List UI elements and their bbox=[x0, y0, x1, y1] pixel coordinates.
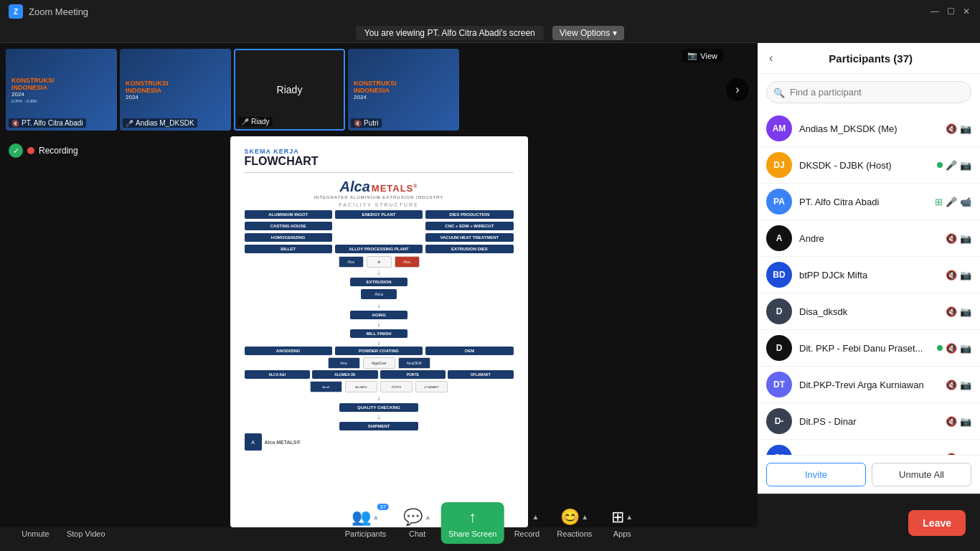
participant-icons: 🔇📷 bbox=[946, 233, 971, 244]
participants-icon: 👥 bbox=[352, 508, 371, 527]
box-alca-ki: ALCA K&I bbox=[245, 370, 311, 379]
participant-avatar: D bbox=[766, 335, 792, 361]
participant-camera-icon: 📷 bbox=[960, 380, 971, 390]
chat-icon: 💬 bbox=[403, 508, 423, 527]
screen-share-banner: You are viewing PT. Alfo Citra Abadi's s… bbox=[0, 23, 980, 43]
participant-icons: 🔇📷 bbox=[946, 380, 971, 390]
participant-item[interactable]: D-Dit.PS - Dinar🔇📷 bbox=[758, 403, 980, 440]
participant-item[interactable]: DDit. PKP - Febi Danu Praset...🔇📷 bbox=[758, 330, 980, 367]
box-billet: BILLET bbox=[245, 245, 332, 253]
toolbar-right-group: Leave bbox=[908, 510, 966, 536]
thumb-name-2: Andias M_DKSDK bbox=[136, 119, 194, 127]
apps-button[interactable]: ⊞ ▲ Apps bbox=[602, 502, 642, 544]
box-aging: AGING bbox=[350, 311, 407, 319]
thumb-name-1: PT. Alfo Citra Abadi bbox=[22, 119, 83, 127]
title-bar: Z Zoom Meeting — ☐ ✕ bbox=[0, 0, 980, 23]
screen-share-content: SKEMA KERJA FLOWCHART Alca METALS® INTEG… bbox=[0, 136, 758, 527]
brand-logos-row: Alca AlgaCoat AlcaOEM bbox=[245, 357, 514, 369]
record-chevron: ▲ bbox=[532, 513, 539, 521]
center-area: KONSTRUKSI INDONESIA 2024 DJPK - DJBK 🔇 … bbox=[0, 43, 758, 494]
participant-search-box: 🔍 bbox=[766, 81, 971, 103]
participant-item[interactable]: DDisa_dksdk🔇📷 bbox=[758, 293, 980, 330]
share-screen-button[interactable]: ↑ Share Screen bbox=[441, 502, 504, 544]
apps-chevron: ▲ bbox=[626, 513, 633, 521]
participant-mic-icon: 🎤 bbox=[946, 197, 957, 207]
flowchart-row1: ALUMINIUM INGOT ENERGY PLANT DIES PRODUC… bbox=[245, 210, 514, 219]
video-thumb-4[interactable]: KONSTRUKSI INDONESIA 2024 🔇 Putri bbox=[348, 49, 459, 131]
box-alumex: ALUMEX-3D bbox=[312, 370, 378, 379]
alca-logo: Alca METALS® INTEGRATED ALUMINIUM EXTRUS… bbox=[245, 179, 514, 199]
recording-label: Recording bbox=[39, 146, 78, 156]
participant-avatar: BD bbox=[766, 262, 792, 288]
participant-name: Dit.PS - Dinar bbox=[799, 416, 938, 427]
participants-count-badge: 37 bbox=[377, 504, 389, 510]
zoom-logo: Z bbox=[9, 4, 23, 19]
thumb-name-4: Putri bbox=[364, 119, 379, 127]
record-button[interactable]: ⏺ ▲ Record bbox=[507, 502, 547, 544]
unmute-all-button[interactable]: Unmute All bbox=[872, 463, 971, 486]
participant-item[interactable]: DIDit.PS | Gandi Wirotama🔇📷 bbox=[758, 440, 980, 455]
box-aluminium-ingot: ALUMINIUM INGOT bbox=[245, 210, 332, 219]
participant-name: Andias M_DKSDK (Me) bbox=[799, 123, 938, 134]
thumb-name-3: Riady bbox=[277, 84, 303, 95]
box-porte: PORTE bbox=[380, 370, 446, 379]
participant-item[interactable]: DTDit.PKP-Trevi Arga Kurniawan🔇📷 bbox=[758, 367, 980, 403]
participant-mic-icon: 🎤 bbox=[946, 160, 957, 171]
maximize-button[interactable]: ☐ bbox=[946, 6, 956, 17]
participant-name: btPP DJCk Mifta bbox=[799, 270, 938, 281]
skema-label: SKEMA KERJA bbox=[245, 148, 514, 155]
participant-icons: 🔇📷 bbox=[946, 416, 971, 427]
strip-next-arrow[interactable]: › bbox=[726, 78, 749, 101]
box-shipment: SHIPMENT bbox=[339, 422, 418, 430]
reactions-button[interactable]: 😊 ▲ Reactions bbox=[550, 502, 599, 544]
close-button[interactable]: ✕ bbox=[961, 6, 971, 17]
app-title: Zoom Meeting bbox=[29, 6, 88, 17]
invite-button[interactable]: Invite bbox=[766, 463, 866, 486]
video-thumb-2[interactable]: KONSTRUKSI INDONESIA 2024 🎤 Andias M_DKS… bbox=[120, 49, 231, 131]
box-cnc: CNC + EDM + WIRECUT bbox=[425, 222, 513, 230]
view-options-button[interactable]: View Options ▾ bbox=[552, 26, 624, 40]
record-icon: ⏺ bbox=[514, 508, 530, 527]
security-icon: ✓ bbox=[9, 143, 23, 158]
view-button[interactable]: 📷 View bbox=[682, 49, 723, 62]
panel-footer: Invite Unmute All bbox=[758, 455, 980, 494]
panel-collapse-button[interactable]: ‹ bbox=[769, 52, 773, 65]
participant-mic-icon: 🔇 bbox=[946, 233, 957, 244]
video-thumb-3[interactable]: Riady 🎤 Riady bbox=[234, 49, 345, 131]
participant-icons: 🎤📷 bbox=[937, 160, 971, 171]
chat-button[interactable]: 💬 ▲ Chat bbox=[396, 502, 438, 544]
participant-item[interactable]: AMAndias M_DKSDK (Me)🔇📷 bbox=[758, 110, 980, 147]
share-screen-icon: ↑ bbox=[468, 508, 476, 527]
participant-camera-icon: 📷 bbox=[960, 343, 971, 354]
box-oem: OEM bbox=[425, 347, 513, 355]
participant-item[interactable]: AAndre🔇📷 bbox=[758, 220, 980, 257]
box-mill-finish: MILL FINISH bbox=[350, 329, 407, 338]
participant-search-input[interactable] bbox=[766, 81, 971, 103]
minimize-button[interactable]: — bbox=[930, 6, 940, 17]
window-controls[interactable]: — ☐ ✕ bbox=[930, 6, 971, 17]
participant-mic-icon: 🔇 bbox=[946, 123, 957, 134]
box-oflamart: OFLAMART bbox=[448, 370, 514, 379]
participant-mic-icon: 🔇 bbox=[946, 380, 957, 390]
participant-mic-icon: 🔇 bbox=[946, 270, 957, 281]
participant-avatar: DI bbox=[766, 445, 792, 455]
participant-icons: 🔇📷 bbox=[937, 343, 971, 354]
participant-camera-icon: 📷 bbox=[960, 416, 971, 427]
video-thumb-1[interactable]: KONSTRUKSI INDONESIA 2024 DJPK - DJBK 🔇 … bbox=[6, 49, 117, 131]
leave-button[interactable]: Leave bbox=[908, 510, 966, 536]
participant-name: DKSDK - DJBK (Host) bbox=[799, 160, 930, 171]
participant-avatar: D bbox=[766, 298, 792, 324]
box-energy-plant: ENERGY PLANT bbox=[335, 210, 423, 219]
participant-item[interactable]: PAPT. Alfo Citra Abadi⊞🎤📹 bbox=[758, 184, 980, 220]
participant-item[interactable]: BDbtPP DJCk Mifta🔇📷 bbox=[758, 257, 980, 293]
participant-item[interactable]: DJDKSDK - DJBK (Host)🎤📷 bbox=[758, 147, 980, 184]
flowchart-center-col: ↓ EXTRUSION Alca ↓ AGING ↓ MILL FINISH ↓ bbox=[245, 269, 514, 347]
participants-list: AMAndias M_DKSDK (Me)🔇📷DJDKSDK - DJBK (H… bbox=[758, 110, 980, 455]
box-casting-house: CASTING HOUSE bbox=[245, 222, 332, 230]
main-content: KONSTRUKSI INDONESIA 2024 DJPK - DJBK 🔇 … bbox=[0, 43, 980, 494]
reactions-chevron: ▲ bbox=[581, 513, 588, 521]
participant-mic-icon: 🔇 bbox=[946, 416, 957, 427]
video-strip: KONSTRUKSI INDONESIA 2024 DJPK - DJBK 🔇 … bbox=[0, 43, 758, 136]
participant-active-indicator bbox=[937, 345, 943, 351]
participant-name: PT. Alfo Citra Abadi bbox=[799, 197, 928, 207]
